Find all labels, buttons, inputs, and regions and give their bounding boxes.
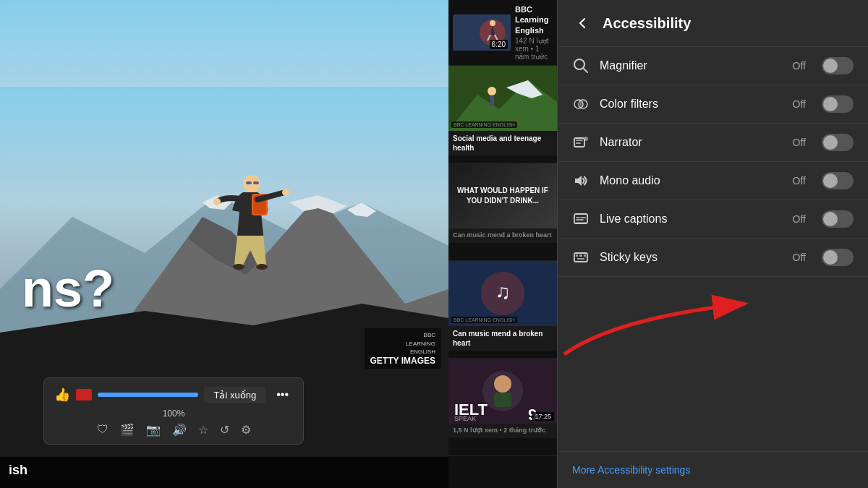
shield-icon[interactable]: 🛡 [97,423,109,437]
settings-icon[interactable]: ⚙ [241,423,251,437]
video-card-4-bg: IELT SPEAK 9. 17:25 [448,359,557,424]
svg-point-14 [213,198,221,205]
sidebar-top-channel: BBC Learning English [515,4,553,35]
sidebar-top-thumbnail: 6:20 [453,14,511,51]
toolbar-top-row: 👍 Tải xuống ••• [54,385,293,404]
progress-fill [98,393,198,397]
more-options-button[interactable]: ••• [272,385,293,404]
sidebar-top-info: BBC Learning English 142 N lượt xem • 1 … [515,4,553,61]
panel-header: Accessibility [558,0,868,47]
video-text-overlay: ns? [22,259,114,318]
video-sidebar-list: 6:20 BBC Learning English 142 N lượt xem… [448,0,557,488]
hiker-figure [207,171,294,304]
live-captions-status: Off [793,213,806,225]
panel-item-magnifier[interactable]: Magnifier Off [558,47,868,85]
live-captions-icon [572,210,590,228]
svg-point-24 [488,87,496,95]
svg-point-15 [282,189,289,196]
video-card-4-title: 1,5 N lượt xem • 2 tháng trước [453,427,553,435]
video-card-3-badge: BBC LEARNING ENGLISH [451,317,517,323]
narrator-icon [572,134,590,151]
narrator-label: Narrator [600,136,783,149]
watermark-getty: BBC LEARNING ENGLISH GETTY IMAGES [365,328,441,369]
svg-point-20 [490,20,495,26]
panel-title: Accessibility [603,15,691,32]
video-card-1-bg: BBC LEARNING ENGLISH [448,66,557,131]
video-card-4[interactable]: IELT SPEAK 9. 17:25 1,5 N lượt xem • 2 t… [448,359,557,456]
video-card-1-title: Social media and teenage health [453,134,553,153]
svg-rect-10 [246,181,252,184]
video-thumbnail-preview [76,389,92,401]
download-button[interactable]: Tải xuống [204,387,267,403]
video-card-2-text: Can music mend a broken heart [448,228,557,243]
svg-text:♫: ♫ [495,281,511,303]
watermark-bbc-brand: BBC LEARNING ENGLISH [370,331,435,356]
panel-footer: More Accessibility settings [558,451,868,488]
panel-item-mono-audio[interactable]: Mono audio Off [558,162,868,200]
color-filters-icon [572,95,590,113]
svg-point-16 [233,264,244,270]
color-filters-label: Color filters [600,98,783,111]
video-background: ns? BBC LEARNING ENGLISH GETTY IMAGES [0,0,448,376]
video-card-3-title: Can music mend a broken heart [453,329,553,348]
svg-point-31 [494,375,511,393]
mono-audio-toggle[interactable] [822,172,854,189]
video-card-4-duration: 17:25 [532,412,554,421]
star-icon[interactable]: ☆ [198,423,208,437]
more-accessibility-settings-link[interactable]: More Accessibility settings [572,464,690,476]
svg-marker-44 [575,176,582,186]
panel-item-narrator[interactable]: Narrator Off [558,124,868,162]
sidebar-top-item[interactable]: 6:20 BBC Learning English 142 N lượt xem… [448,0,557,66]
video-card-1[interactable]: BBC LEARNING ENGLISH Social media and te… [448,66,557,163]
video-card-3[interactable]: ♫ BBC LEARNING ENGLISH Can music mend a … [448,261,557,359]
camera-icon[interactable]: 📷 [146,423,161,437]
toolbar-overlay: 👍 Tải xuống ••• 100% 🛡 🎬 📷 🔊 ☆ ↺ ⚙ [43,377,304,445]
color-filters-toggle[interactable] [822,95,854,113]
panel-item-color-filters[interactable]: Color filters Off [558,85,868,124]
audio-icon[interactable]: 🔊 [172,423,187,437]
main-video-area: ns? BBC LEARNING ENGLISH GETTY IMAGES is… [0,0,448,488]
video-card-2-title: Can music mend a broken heart [453,231,553,240]
svg-rect-50 [574,253,587,262]
magnifier-status: Off [793,60,806,72]
sticky-keys-toggle[interactable] [822,249,854,266]
channel-name: ish [9,463,440,478]
video-card-2-quote: WHAT WOULD HAPPEN IF YOU DIDN'T DRINK... [448,180,557,212]
sticky-keys-icon [572,249,590,266]
panel-item-sticky-keys[interactable]: Sticky keys Off [558,239,868,277]
refresh-icon[interactable]: ↺ [220,423,229,437]
like-icon[interactable]: 👍 [54,387,70,403]
svg-rect-53 [584,254,586,257]
mono-audio-icon [572,172,590,189]
sticky-keys-status: Off [793,252,806,263]
magnifier-label: Magnifier [600,59,783,72]
progress-bar[interactable] [98,393,198,397]
live-captions-label: Live captions [600,213,783,226]
accessibility-panel: Accessibility Magnifier Off Color filter… [557,0,868,488]
svg-rect-51 [576,254,578,257]
film-icon[interactable]: 🎬 [120,423,135,437]
svg-rect-52 [579,254,582,257]
sidebar-top-views: 142 N lượt xem • 1 năm trước [515,37,553,61]
svg-rect-11 [253,181,259,184]
magnifier-icon [572,57,590,74]
watermark-credit: GETTY IMAGES [370,356,435,366]
svg-rect-25 [490,95,494,106]
video-card-1-text: Social media and teenage health [448,131,557,155]
panel-item-live-captions[interactable]: Live captions Off [558,200,868,239]
video-card-3-text: Can music mend a broken heart [448,326,557,351]
narrator-toggle[interactable] [822,134,854,151]
svg-rect-41 [576,140,583,141]
toolbar-icons-row: 🛡 🎬 📷 🔊 ☆ ↺ ⚙ [54,423,293,437]
video-card-3-bg: ♫ BBC LEARNING ENGLISH [448,261,557,326]
magnifier-toggle[interactable] [822,57,854,74]
back-button[interactable] [572,13,592,33]
progress-percent: 100% [54,408,293,419]
video-card-4-text: 1,5 N lượt xem • 2 tháng trước [448,424,557,438]
live-captions-toggle[interactable] [822,210,854,228]
svg-text:SPEAK: SPEAK [454,415,476,422]
svg-rect-32 [494,393,511,407]
video-card-2[interactable]: WHAT WOULD HAPPEN IF YOU DIDN'T DRINK...… [448,163,557,261]
video-bottom-bar: ish [0,457,448,488]
sticky-keys-label: Sticky keys [600,251,783,264]
